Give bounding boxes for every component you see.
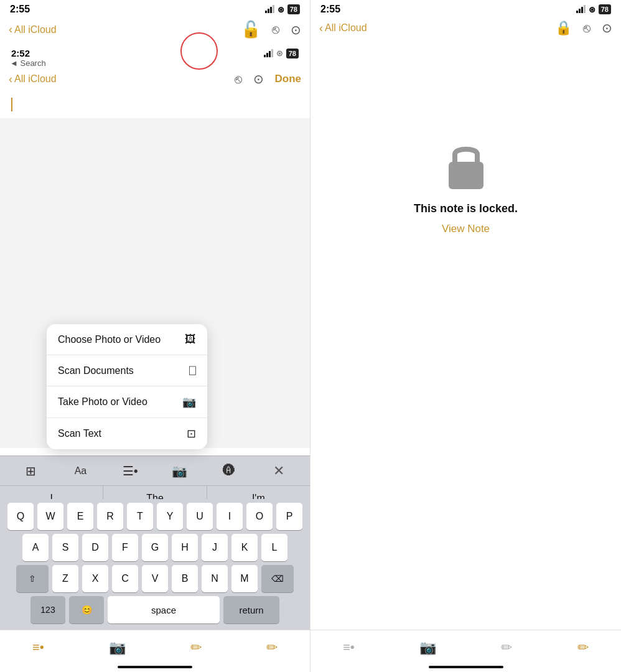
key-n[interactable]: N [202,565,228,592]
key-y[interactable]: Y [157,503,183,530]
menu-item-choose-photo[interactable]: Choose Photo or Video 🖼 [47,324,207,355]
tab-camera-right[interactable]: 📷 [419,640,436,656]
key-emoji[interactable]: 😊 [69,596,104,623]
back-label-right[interactable]: All iCloud [325,22,367,34]
left-panel: 2:55 ⊛ 78 ‹ All iCloud 🔓 ⎋ ⊙ 2:5 [0,0,310,672]
inner-time: 2:52 [11,48,30,58]
more-icon-right[interactable]: ⊙ [602,21,612,35]
right-panel: 2:55 ⊛ 78 ‹ All iCloud 🔒 ⎋ ⊙ [310,0,621,672]
action-menu: Choose Photo or Video 🖼 Scan Documents ⎕… [47,324,207,449]
key-u[interactable]: U [187,503,213,530]
tab-camera-left[interactable]: 📷 [109,640,126,656]
pencil-toolbar-icon[interactable]: 🅐 [218,460,240,482]
key-shift[interactable]: ⇧ [16,565,49,592]
key-delete[interactable]: ⌫ [261,565,294,592]
choose-photo-icon: 🖼 [185,333,196,346]
lock-icon-nav-right[interactable]: 🔒 [555,20,572,36]
key-o[interactable]: O [246,503,273,530]
inner-nav: ‹ All iCloud ⎋ ⊙ Done [0,68,310,90]
menu-item-take-photo[interactable]: Take Photo or Video 📷 [47,386,207,418]
share-icon-left[interactable]: ⎋ [272,22,279,37]
more-icon-left[interactable]: ⊙ [291,22,301,37]
back-chevron-right: ‹ [319,22,323,35]
back-button-left[interactable]: ‹ All iCloud [9,23,57,36]
status-time-right: 2:55 [320,4,340,15]
key-r[interactable]: R [97,503,123,530]
key-x[interactable]: X [82,565,108,592]
menu-item-scan-documents[interactable]: Scan Documents ⎕ [47,355,207,386]
home-indicator-right [429,666,503,668]
share-icon-right[interactable]: ⎋ [583,21,591,35]
tab-compose-right[interactable]: ✏ [577,640,589,656]
keyboard: Q W E R T Y U I O P A S D F G H J K L ⇧ … [0,499,310,630]
tab-pencil-right[interactable]: ✏ [501,640,512,656]
nav-icons-right: 🔒 ⎋ ⊙ [555,20,612,36]
key-b[interactable]: B [172,565,198,592]
take-photo-label: Take Photo or Video [58,396,147,408]
key-s[interactable]: S [52,534,78,561]
checklist-icon[interactable]: ☰• [119,460,141,482]
battery-left: 78 [287,4,300,14]
inner-signal-icon [264,50,273,57]
format-icon[interactable]: Aa [69,460,91,482]
view-note-button[interactable]: View Note [442,223,490,235]
key-i[interactable]: I [217,503,243,530]
status-bar-left: 2:55 ⊛ 78 [0,0,310,17]
tab-pencil-left[interactable]: ✏ [190,640,202,656]
status-icons-left: ⊛ 78 [265,4,300,14]
table-icon[interactable]: ⊞ [20,460,42,482]
back-button-right[interactable]: ‹ All iCloud [319,22,367,35]
key-a[interactable]: A [22,534,49,561]
keyboard-row-2: A S D F G H J K L [2,534,307,561]
keyboard-row-3: ⇧ Z X C V B N M ⌫ [2,565,307,592]
close-keyboard-icon[interactable]: ✕ [268,460,290,482]
key-h[interactable]: H [172,534,198,561]
key-c[interactable]: C [112,565,138,592]
inner-share-icon[interactable]: ⎋ [235,72,242,86]
inner-more-icon[interactable]: ⊙ [253,72,264,86]
keyboard-row-1: Q W E R T Y U I O P [2,503,307,530]
key-z[interactable]: Z [52,565,78,592]
lock-highlight [180,32,218,70]
key-k[interactable]: K [231,534,258,561]
top-nav-left: ‹ All iCloud 🔓 ⎋ ⊙ [0,17,310,42]
inner-back-button[interactable]: ‹ All iCloud [9,73,57,86]
key-j[interactable]: J [202,534,228,561]
key-l[interactable]: L [261,534,287,561]
tab-compose-left[interactable]: ✏ [266,640,278,656]
unlock-icon[interactable]: 🔓 [241,20,261,39]
choose-photo-label: Choose Photo or Video [58,334,161,345]
key-p[interactable]: P [276,503,302,530]
inner-search-label[interactable]: ◄ Search [10,58,300,68]
key-q[interactable]: Q [7,503,34,530]
signal-icon-right [576,6,586,13]
inner-back-chevron: ‹ [9,73,12,86]
back-chevron-left: ‹ [9,23,12,36]
back-label-left[interactable]: All iCloud [14,24,57,35]
key-d[interactable]: D [82,534,108,561]
key-f[interactable]: F [112,534,138,561]
tab-notes-list-left[interactable]: ≡• [32,640,44,655]
key-t[interactable]: T [127,503,153,530]
top-nav-right: ‹ All iCloud 🔒 ⎋ ⊙ [310,17,621,39]
inner-battery: 78 [286,49,299,58]
inner-back-label[interactable]: All iCloud [14,73,57,85]
scan-documents-icon: ⎕ [189,364,196,377]
key-e[interactable]: E [67,503,93,530]
text-cursor [11,98,12,111]
home-indicator-left [118,666,192,668]
camera-toolbar-icon[interactable]: 📷 [169,460,191,482]
tab-notes-list-right[interactable]: ≡• [343,640,355,655]
key-space[interactable]: space [108,596,220,623]
key-return[interactable]: return [223,596,279,623]
wifi-icon-left: ⊛ [278,5,284,14]
inner-toolbar: ⎋ ⊙ Done [235,72,302,86]
key-g[interactable]: G [142,534,168,561]
key-m[interactable]: M [231,565,258,592]
done-button[interactable]: Done [275,73,302,85]
menu-item-scan-text[interactable]: Scan Text ⊡ [47,418,207,449]
key-w[interactable]: W [37,503,63,530]
key-v[interactable]: V [142,565,168,592]
signal-icon-left [265,6,274,13]
key-123[interactable]: 123 [30,596,65,623]
